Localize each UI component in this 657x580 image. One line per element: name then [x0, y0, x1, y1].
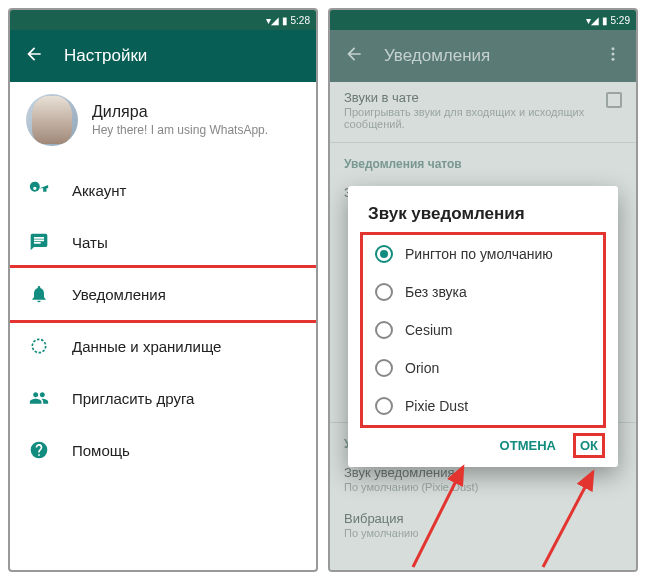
radio-icon: [375, 359, 393, 377]
app-bar-title: Настройки: [64, 46, 147, 66]
key-icon: [28, 179, 50, 201]
chat-sounds-row[interactable]: Звуки в чате Проигрывать звуки для входя…: [330, 82, 636, 140]
settings-item-invite[interactable]: Пригласить друга: [10, 372, 316, 424]
status-time: 5:29: [611, 15, 630, 26]
radio-item-default[interactable]: Рингтон по умолчанию: [371, 235, 595, 273]
battery-icon: ▮: [602, 15, 608, 26]
setting-title: Звук уведомления: [344, 465, 622, 480]
app-bar: Уведомления: [330, 30, 636, 82]
profile-info: Диляра Hey there! I am using WhatsApp.: [92, 103, 300, 137]
settings-item-help[interactable]: Помощь: [10, 424, 316, 476]
radio-label: Cesium: [405, 322, 452, 338]
phone-left: ▾◢ ▮ 5:28 Настройки Диляра Hey there! I …: [8, 8, 318, 572]
signal-icon: ▾◢: [586, 15, 599, 26]
radio-label: Orion: [405, 360, 439, 376]
section-header-chats: Уведомления чатов: [330, 145, 636, 177]
radio-label: Рингтон по умолчанию: [405, 246, 553, 262]
phone-right: ▾◢ ▮ 5:29 Уведомления Звуки в чате Проиг…: [328, 8, 638, 572]
settings-list: Аккаунт Чаты Уведомления Данные и хранил…: [10, 158, 316, 482]
profile-status: Hey there! I am using WhatsApp.: [92, 123, 300, 137]
settings-item-data[interactable]: Данные и хранилище: [10, 320, 316, 372]
radio-icon: [375, 397, 393, 415]
settings-label: Аккаунт: [72, 182, 126, 199]
settings-label: Данные и хранилище: [72, 338, 221, 355]
svg-point-3: [612, 58, 615, 61]
back-icon[interactable]: [24, 44, 44, 68]
status-bar: ▾◢ ▮ 5:28: [10, 10, 316, 30]
setting-sub: Проигрывать звуки для входящих и исходящ…: [344, 106, 606, 130]
ok-button[interactable]: ОК: [573, 433, 605, 458]
checkbox[interactable]: [606, 92, 622, 108]
avatar: [26, 94, 78, 146]
settings-label: Уведомления: [72, 286, 166, 303]
signal-icon: ▾◢: [266, 15, 279, 26]
profile-row[interactable]: Диляра Hey there! I am using WhatsApp.: [10, 82, 316, 158]
radio-label: Pixie Dust: [405, 398, 468, 414]
radio-item-none[interactable]: Без звука: [371, 273, 595, 311]
settings-label: Пригласить друга: [72, 390, 194, 407]
divider: [330, 142, 636, 143]
setting-title: Вибрация: [344, 511, 622, 526]
radio-item-pixie[interactable]: Pixie Dust: [371, 387, 595, 425]
settings-item-account[interactable]: Аккаунт: [10, 164, 316, 216]
radio-list-highlight: Рингтон по умолчанию Без звука Cesium Or…: [360, 232, 606, 428]
status-time: 5:28: [291, 15, 310, 26]
settings-label: Чаты: [72, 234, 108, 251]
chat-icon: [28, 231, 50, 253]
settings-label: Помощь: [72, 442, 130, 459]
menu-icon[interactable]: [604, 45, 622, 67]
settings-item-notifications[interactable]: Уведомления: [8, 265, 318, 323]
battery-icon: ▮: [282, 15, 288, 26]
setting-sub: По умолчанию (Pixie Dust): [344, 481, 622, 493]
radio-icon: [375, 321, 393, 339]
profile-name: Диляра: [92, 103, 300, 121]
cancel-button[interactable]: ОТМЕНА: [500, 438, 556, 453]
invite-icon: [28, 387, 50, 409]
app-bar-title: Уведомления: [384, 46, 490, 66]
modal-title: Звук уведомления: [352, 204, 614, 232]
sound-modal: Звук уведомления Рингтон по умолчанию Бе…: [348, 186, 618, 467]
data-icon: [28, 335, 50, 357]
svg-point-2: [612, 53, 615, 56]
radio-label: Без звука: [405, 284, 467, 300]
app-bar: Настройки: [10, 30, 316, 82]
modal-actions: ОТМЕНА ОК: [352, 428, 614, 459]
setting-title: Звуки в чате: [344, 90, 606, 105]
radio-icon: [375, 245, 393, 263]
svg-point-1: [612, 47, 615, 50]
help-icon: [28, 439, 50, 461]
radio-item-orion[interactable]: Orion: [371, 349, 595, 387]
settings-item-chats[interactable]: Чаты: [10, 216, 316, 268]
radio-icon: [375, 283, 393, 301]
back-icon[interactable]: [344, 44, 364, 68]
vibration-row[interactable]: Вибрация По умолчанию: [330, 503, 636, 549]
setting-sub: По умолчанию: [344, 527, 622, 539]
status-bar: ▾◢ ▮ 5:29: [330, 10, 636, 30]
notifications-screen: Звуки в чате Проигрывать звуки для входя…: [330, 82, 636, 570]
radio-item-cesium[interactable]: Cesium: [371, 311, 595, 349]
bell-icon: [28, 283, 50, 305]
